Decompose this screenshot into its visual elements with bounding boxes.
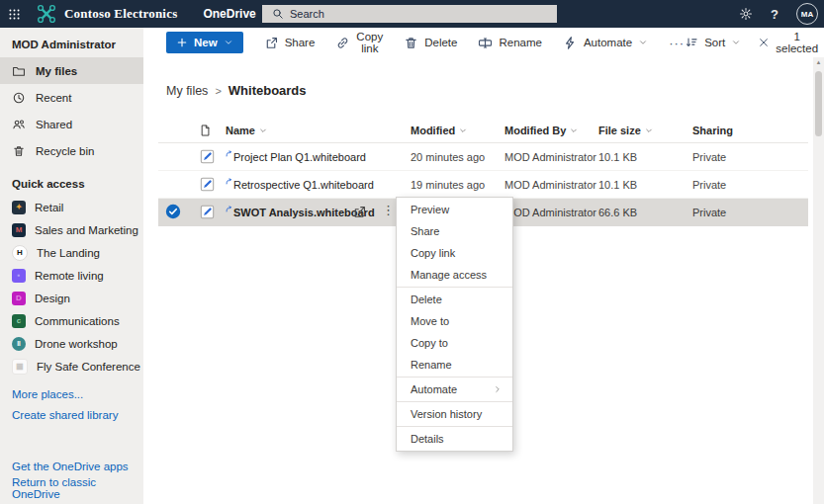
quick-access-sales-and-marketing[interactable]: MSales and Marketing <box>0 218 143 241</box>
chevron-down-icon <box>638 38 648 47</box>
chevron-down-icon <box>645 126 653 134</box>
delete-button[interactable]: Delete <box>404 36 457 50</box>
column-header-file-size[interactable]: File size <box>598 125 653 136</box>
row-more-actions-icon[interactable]: ⋮ <box>382 203 392 217</box>
file-size-cell: 10.1 KB <box>598 151 637 163</box>
menu-divider <box>397 426 512 427</box>
quick-access-list: ✦RetailMSales and MarketingHThe Landing▪… <box>0 196 143 378</box>
file-row-retrospective-q1-whiteboard[interactable]: Retrospective Q1.whiteboard19 minutes ag… <box>158 171 808 199</box>
account-avatar[interactable]: MA <box>796 3 818 25</box>
new-button[interactable]: New <box>166 32 243 53</box>
menu-item-version-history[interactable]: Version history <box>397 403 512 425</box>
settings-gear-icon[interactable] <box>739 7 753 21</box>
more-commands-button[interactable]: ··· <box>669 36 685 50</box>
share-button[interactable]: Share <box>264 36 316 50</box>
link-more-places[interactable]: More places... <box>0 383 143 404</box>
menu-item-details[interactable]: Details <box>397 428 512 450</box>
menu-item-preview[interactable]: Preview <box>397 199 512 220</box>
file-name[interactable]: Project Plan Q1.whiteboard <box>226 151 366 163</box>
file-size-cell: 10.1 KB <box>598 179 637 191</box>
context-menu: PreviewShareCopy linkManage accessDelete… <box>396 197 513 452</box>
sidebar-links: More places...Create shared library <box>0 383 143 425</box>
breadcrumb-separator-icon: > <box>215 85 221 97</box>
table-header: NameModifiedModified ByFile sizeSharing <box>158 118 808 143</box>
menu-item-share[interactable]: Share <box>397 220 512 242</box>
quick-access-the-landing[interactable]: HThe Landing <box>0 241 143 264</box>
quick-access-communications[interactable]: cCommunications <box>0 309 143 332</box>
sidebar-nav: My filesRecentSharedRecycle bin <box>0 57 143 164</box>
contoso-logo-icon <box>36 3 57 25</box>
chevron-right-icon <box>493 384 503 394</box>
column-header-name[interactable]: Name <box>226 125 267 136</box>
selected-check-icon[interactable] <box>165 204 181 219</box>
menu-item-copy-to[interactable]: Copy to <box>397 332 512 354</box>
selection-count-button[interactable]: 1 selected <box>758 31 818 54</box>
link-return-to-classic-onedrive[interactable]: Return to classic OneDrive <box>0 477 143 499</box>
breadcrumb: My files > Whiteboards <box>166 83 824 98</box>
quick-access-remote-living[interactable]: ▪Remote living <box>0 264 143 287</box>
column-header-modified[interactable]: Modified <box>411 125 467 136</box>
column-header-modified-by[interactable]: Modified By <box>504 125 578 136</box>
sales-and-marketing-site-icon: M <box>12 223 26 237</box>
file-name[interactable]: Retrospective Q1.whiteboard <box>226 179 374 191</box>
sharing-cell: Private <box>692 179 726 191</box>
quick-access-fly-safe-conference[interactable]: ▦Fly Safe Conference <box>0 355 143 378</box>
app-launcher-icon[interactable] <box>0 0 28 28</box>
share-icon <box>264 36 279 50</box>
chevron-down-icon <box>259 126 267 134</box>
quick-access-title: Quick access <box>0 164 143 196</box>
chevron-down-icon <box>459 126 467 134</box>
menu-item-move-to[interactable]: Move to <box>397 310 512 332</box>
automate-icon <box>563 36 578 50</box>
automate-button[interactable]: Automate <box>563 36 648 50</box>
menu-item-rename[interactable]: Rename <box>397 354 512 376</box>
select-all-document-icon[interactable] <box>199 124 212 136</box>
sidebar-item-recent[interactable]: Recent <box>0 84 143 111</box>
menu-item-manage-access[interactable]: Manage access <box>397 264 512 286</box>
link-get-the-onedrive-apps[interactable]: Get the OneDrive apps <box>0 456 143 477</box>
rename-button[interactable]: Rename <box>478 36 541 50</box>
help-icon[interactable]: ? <box>771 7 778 22</box>
scrollbar-thumb[interactable] <box>815 71 822 136</box>
chevron-down-icon <box>731 38 741 47</box>
retail-site-icon: ✦ <box>12 201 26 214</box>
sort-icon <box>685 36 698 49</box>
sort-button[interactable]: Sort <box>685 36 741 49</box>
chevron-down-icon <box>224 38 233 47</box>
people-icon <box>12 118 26 131</box>
quick-access-drone-workshop[interactable]: ‖Drone workshop <box>0 332 143 355</box>
product-name: OneDrive <box>203 7 255 21</box>
search-box[interactable] <box>262 5 557 23</box>
onedrive-window: Contoso Electronics OneDrive ? MA New Sh… <box>0 0 824 504</box>
menu-divider <box>397 377 512 378</box>
link-create-shared-library[interactable]: Create shared library <box>0 404 143 425</box>
top-right-controls: ? MA <box>739 0 818 28</box>
quick-access-retail[interactable]: ✦Retail <box>0 196 143 218</box>
sidebar-item-recycle-bin[interactable]: Recycle bin <box>0 137 143 164</box>
menu-item-copy-link[interactable]: Copy link <box>397 242 512 264</box>
modified-by-cell: MOD Administrator <box>504 207 596 218</box>
copy-link-button[interactable]: Copy link <box>335 31 383 54</box>
sidebar-item-shared[interactable]: Shared <box>0 111 143 137</box>
modified-cell: 19 minutes ago <box>411 179 485 191</box>
file-row-project-plan-q1-whiteboard[interactable]: Project Plan Q1.whiteboard20 minutes ago… <box>158 143 808 171</box>
whiteboard-file-icon <box>200 205 215 219</box>
account-name: MOD Administrator <box>0 28 143 57</box>
link-icon <box>335 36 350 50</box>
scroll-up-arrow-icon[interactable]: ▲ <box>813 59 824 65</box>
search-input[interactable] <box>290 8 557 20</box>
drone-workshop-site-icon: ‖ <box>12 337 26 351</box>
quick-access-design[interactable]: DDesign <box>0 287 143 309</box>
row-share-icon[interactable] <box>352 205 367 219</box>
menu-item-automate[interactable]: Automate <box>397 378 512 400</box>
whiteboard-file-icon <box>200 177 215 192</box>
plus-icon <box>176 37 188 48</box>
sidebar-item-my-files[interactable]: My files <box>0 57 143 84</box>
sharing-cell: Private <box>692 207 726 218</box>
modified-cell: 20 minutes ago <box>411 151 485 163</box>
design-site-icon: D <box>12 292 26 305</box>
menu-item-delete[interactable]: Delete <box>397 289 512 310</box>
column-header-sharing[interactable]: Sharing <box>692 125 733 136</box>
vertical-scrollbar[interactable]: ▲ <box>813 57 824 504</box>
breadcrumb-parent[interactable]: My files <box>166 84 208 98</box>
